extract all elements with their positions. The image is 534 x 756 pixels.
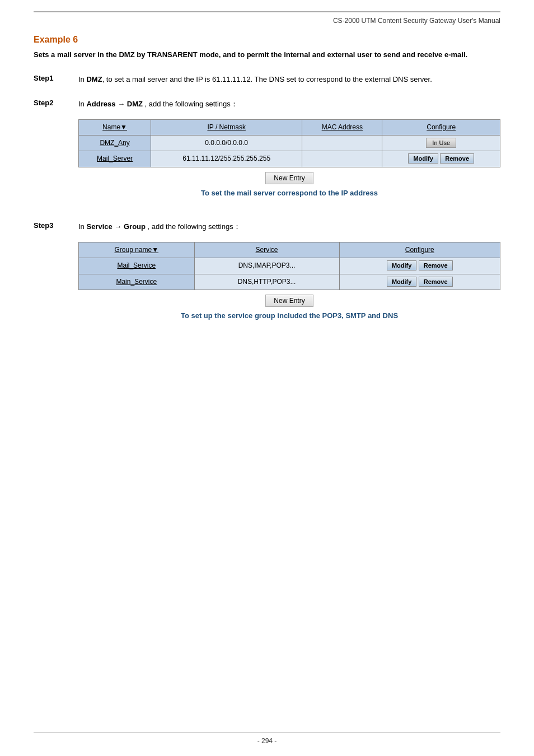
svc-table-caption: To set up the service group included the…: [78, 310, 500, 322]
svc-row2-configure: Modify Remove: [339, 274, 500, 290]
step1-text-prefix: In: [78, 75, 86, 83]
addr-row2-configure: Modify Remove: [382, 151, 500, 167]
step1-bold1: DMZ: [86, 75, 102, 83]
addr-row2-ip: 61.11.11.12/255.255.255.255: [151, 151, 302, 167]
table-row: Mail_Service DNS,IMAP,POP3... Modify Rem…: [79, 258, 500, 274]
svc-row1-configure: Modify Remove: [339, 258, 500, 274]
addr-row1-mac: [302, 136, 382, 151]
inuse-button[interactable]: In Use: [426, 138, 456, 148]
address-table-wrap: Name▼ IP / Netmask MAC Address Configure: [78, 119, 500, 167]
new-entry-button-addr[interactable]: New Entry: [265, 172, 313, 184]
svc-remove-button-1[interactable]: Remove: [419, 260, 453, 270]
step2-label: Step2: [34, 99, 78, 208]
svc-row1-name[interactable]: Mail_Service: [79, 258, 195, 274]
addr-col-configure: Configure: [382, 120, 500, 136]
modify-button[interactable]: Modify: [408, 153, 438, 164]
page-number: - 294 -: [257, 737, 277, 745]
new-entry-wrap-svc: New Entry: [78, 295, 500, 307]
addr-row2-name[interactable]: Mail_Server: [79, 151, 151, 167]
addr-table-caption: To set the mail server correspond to the…: [78, 188, 500, 199]
addr-row2-mac: [302, 151, 382, 167]
step2-arrow: →: [118, 100, 125, 108]
svc-modify-button-2[interactable]: Modify: [387, 277, 416, 287]
step3-prefix: In: [78, 222, 86, 231]
table-row: DMZ_Any 0.0.0.0/0.0.0.0 In Use: [79, 136, 500, 151]
svc-col-configure: Configure: [339, 242, 500, 258]
step1-text-body: , to set a mail server and the IP is 61.…: [102, 75, 432, 83]
new-entry-button-svc[interactable]: New Entry: [265, 295, 313, 307]
addr-col-mac: MAC Address: [302, 120, 382, 136]
svc-row1-service: DNS,IMAP,POP3...: [194, 258, 339, 274]
new-entry-wrap-addr: New Entry: [78, 172, 500, 184]
svc-row2-service: DNS,HTTP,POP3...: [194, 274, 339, 290]
svc-modify-button-1[interactable]: Modify: [387, 260, 416, 270]
step2-bold1: Address: [86, 100, 115, 108]
step3-bold1: Service: [86, 222, 112, 231]
step3-label: Step3: [34, 221, 78, 330]
addr-col-name[interactable]: Name▼: [79, 120, 151, 136]
table-row: Main_Service DNS,HTTP,POP3... Modify Rem…: [79, 274, 500, 290]
svc-row2-name[interactable]: Main_Service: [79, 274, 195, 290]
step3-content: In Service → Group , add the following s…: [78, 221, 500, 330]
step2-prefix: In: [78, 100, 86, 108]
step2-bold2: DMZ: [127, 100, 143, 108]
step3-bold2: Group: [124, 222, 146, 231]
addr-row1-ip: 0.0.0.0/0.0.0.0: [151, 136, 302, 151]
addr-col-ip: IP / Netmask: [151, 120, 302, 136]
step1-block: Step1 In DMZ, to set a mail server and t…: [34, 74, 500, 86]
address-table: Name▼ IP / Netmask MAC Address Configure: [78, 119, 500, 167]
svc-col-name[interactable]: Group name▼: [79, 242, 195, 258]
step2-content: In Address → DMZ , add the following set…: [78, 99, 500, 208]
step1-content: In DMZ, to set a mail server and the IP …: [78, 74, 500, 86]
step3-suffix: , add the following settings：: [146, 222, 241, 231]
example-title: Example 6: [34, 35, 500, 45]
table-row: Mail_Server 61.11.11.12/255.255.255.255 …: [79, 151, 500, 167]
service-table: Group name▼ Service Configure: [78, 242, 500, 290]
page-header: CS-2000 UTM Content Security Gateway Use…: [34, 11, 500, 25]
step2-suffix: , add the following settings：: [143, 100, 238, 108]
addr-row1-configure: In Use: [382, 136, 500, 151]
step3-arrow: →: [114, 222, 121, 231]
addr-row1-name[interactable]: DMZ_Any: [79, 136, 151, 151]
svc-remove-button-2[interactable]: Remove: [419, 277, 453, 287]
step1-label: Step1: [34, 74, 78, 86]
service-table-wrap: Group name▼ Service Configure: [78, 242, 500, 290]
page-footer: - 294 -: [34, 732, 500, 745]
svc-col-service: Service: [194, 242, 339, 258]
remove-button[interactable]: Remove: [440, 153, 474, 164]
step2-block: Step2 In Address → DMZ , add the followi…: [34, 99, 500, 208]
step3-block: Step3 In Service → Group , add the follo…: [34, 221, 500, 330]
manual-title: CS-2000 UTM Content Security Gateway Use…: [333, 17, 500, 25]
example-description: Sets a mail server in the DMZ by TRANSAR…: [34, 49, 500, 60]
